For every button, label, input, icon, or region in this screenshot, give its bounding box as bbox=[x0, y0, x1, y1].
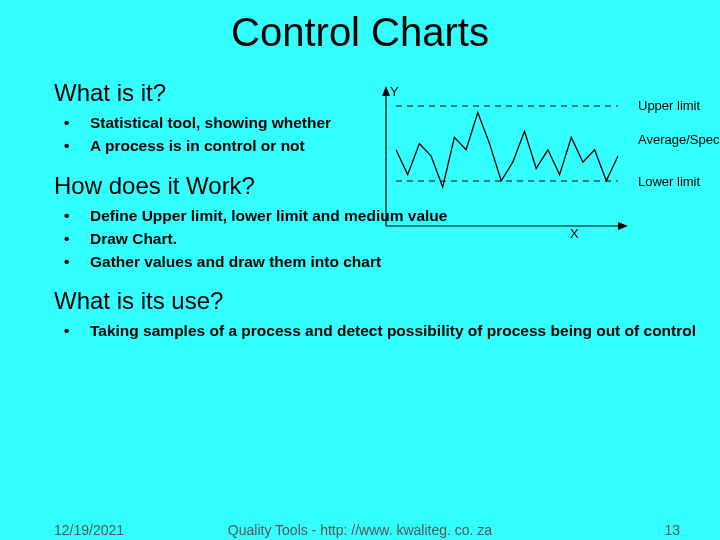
svg-marker-3 bbox=[618, 222, 628, 230]
footer-page-number: 13 bbox=[664, 522, 680, 538]
section-heading-3: What is its use? bbox=[54, 287, 720, 315]
svg-marker-1 bbox=[382, 86, 390, 96]
bullet-list-3: Taking samples of a process and detect p… bbox=[54, 319, 720, 342]
control-chart-svg bbox=[374, 86, 634, 236]
average-spec-label: Average/Spec bbox=[638, 132, 719, 147]
upper-limit-label: Upper limit bbox=[638, 98, 700, 113]
footer-source: Quality Tools - http: //www. kwaliteg. c… bbox=[0, 522, 720, 538]
control-chart: Y X Upper limit Average/Spec Lower limit bbox=[374, 86, 706, 236]
slide: Control Charts What is it? Statistical t… bbox=[0, 0, 720, 540]
list-item: Gather values and draw them into chart bbox=[54, 250, 720, 273]
list-item: Taking samples of a process and detect p… bbox=[54, 319, 720, 342]
lower-limit-label: Lower limit bbox=[638, 174, 700, 189]
axis-label-y: Y bbox=[390, 84, 399, 99]
axis-label-x: X bbox=[570, 226, 579, 241]
slide-title: Control Charts bbox=[0, 0, 720, 55]
